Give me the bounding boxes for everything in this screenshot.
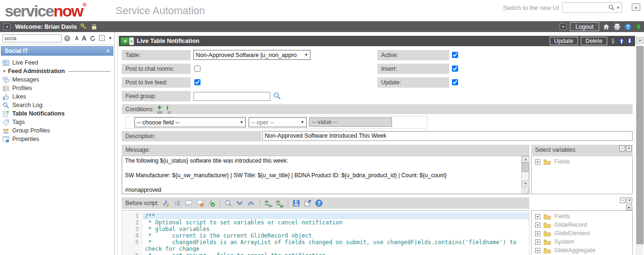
sidebar-item-messages[interactable]: Messages	[0, 75, 114, 84]
table-select[interactable]: Non-Approved Software [u_non_appro ▼	[193, 50, 310, 60]
back-button[interactable]: ◄	[120, 37, 129, 45]
collapse-tree-icon[interactable]: −	[619, 146, 625, 151]
script-line-1[interactable]: 1/**	[122, 213, 529, 219]
replace-all-icon[interactable]: abac	[276, 199, 284, 207]
feed-group-lookup-icon[interactable]	[273, 92, 281, 102]
switch-to-new-ui-link[interactable]: Switch to the new UI	[503, 4, 559, 11]
post-to-live-feed-checkbox[interactable]	[194, 79, 201, 85]
sidebar-item-properties[interactable]: iProperties	[0, 135, 114, 143]
condition-field-select[interactable]: -- choose field -- ▼	[134, 117, 246, 127]
expand-node-icon[interactable]: +	[535, 239, 540, 245]
navigator-menu-caret[interactable]: ▼	[108, 36, 112, 41]
servicenow-logo[interactable]: servicenow®	[5, 2, 86, 20]
nav-filter-input[interactable]: socia	[2, 34, 62, 42]
sidebar-item-group-profiles[interactable]: Group Profiles	[0, 126, 114, 135]
format-code-icon[interactable]	[174, 199, 182, 207]
comment-icon[interactable]	[185, 199, 193, 207]
insert-checkbox[interactable]	[452, 66, 458, 72]
feed-group-input[interactable]	[193, 92, 270, 101]
tree-item-glideelement[interactable]: +GlideElement	[532, 229, 632, 238]
expand-tree-icon[interactable]: +	[626, 146, 632, 151]
script-line-6[interactable]: 6 * set answer = false to cancel the not…	[122, 252, 529, 255]
message-scrollbar[interactable]: ▲ ▼	[521, 156, 529, 194]
home-icon[interactable]	[602, 23, 610, 31]
help-icon[interactable]: ?	[624, 23, 632, 31]
find-next-icon[interactable]	[236, 199, 244, 207]
increase-font-icon[interactable]: A	[82, 34, 86, 42]
sidebar-item-live-feed[interactable]: Live Feed	[0, 58, 114, 67]
expand-tree-icon[interactable]: +	[627, 197, 632, 203]
sidebar-item-profiles[interactable]: Profiles	[0, 84, 114, 92]
tree-item-gliderecord[interactable]: +GlideRecord	[532, 221, 632, 229]
application-header-social-it[interactable]: Social IT «	[1, 46, 113, 56]
collapse-tree-icon[interactable]: −	[620, 197, 626, 203]
sidebar-item-tags[interactable]: Tags	[0, 118, 114, 126]
active-checkbox[interactable]	[452, 52, 458, 58]
expand-node-icon[interactable]: +	[535, 159, 540, 165]
uncomment-icon[interactable]	[196, 199, 204, 207]
tree-item-system[interactable]: +System	[532, 238, 632, 246]
find-previous-icon[interactable]	[247, 199, 255, 207]
print-icon[interactable]	[613, 23, 621, 31]
sidebar-item-search-log[interactable]: Search Log	[0, 101, 114, 109]
key-icon[interactable]	[80, 23, 87, 30]
replace-icon[interactable]: abac	[264, 199, 272, 207]
scrollbar-thumb[interactable]	[522, 163, 529, 172]
script-editor[interactable]: 1/**2 * Optional script to set variables…	[122, 210, 529, 255]
debug-icon[interactable]	[635, 23, 642, 30]
script-line-3[interactable]: 3 * global variables	[122, 226, 529, 232]
search-icon[interactable]	[608, 4, 615, 11]
collapse-right-pane-button[interactable]: ◄	[560, 23, 567, 30]
find-icon[interactable]	[225, 199, 233, 207]
condition-value-input[interactable]: -- value --	[309, 117, 392, 127]
expand-node-icon[interactable]: +	[535, 222, 540, 228]
sidebar-item-likes[interactable]: Likes	[0, 92, 114, 101]
scroll-to-bottom-icon[interactable]	[627, 38, 632, 44]
script-line-2[interactable]: 2 * Optional script to set variables or …	[122, 219, 529, 226]
script-line-4[interactable]: 4 * current is the current GlideRecord o…	[122, 232, 529, 239]
logout-button[interactable]: Logout	[570, 22, 599, 31]
scroll-down-icon[interactable]: ▼	[522, 181, 529, 187]
collapse-header-button[interactable]: ▲	[632, 3, 640, 11]
scroll-to-top-icon[interactable]	[619, 38, 624, 44]
expand-panel-icon[interactable]: ▶	[626, 205, 632, 210]
sidebar-section-feed-administration[interactable]: ▼Feed Administration	[0, 67, 114, 75]
syntax-check-icon[interactable]	[208, 199, 216, 207]
scrollbar-thumb[interactable]	[636, 46, 644, 244]
message-textarea[interactable]: The following ${u_status} software title…	[122, 156, 529, 194]
update-checkbox[interactable]	[452, 79, 458, 85]
attachment-icon[interactable]	[610, 38, 616, 45]
clear-filter-icon[interactable]: ✕	[64, 35, 70, 41]
sidebar-item-table-notifications[interactable]: Table Notifications	[0, 109, 114, 118]
page-scrollbar[interactable]: ▲	[636, 37, 643, 255]
delete-button[interactable]: Delete	[581, 37, 607, 45]
back-menu-caret[interactable]: ▼	[129, 37, 134, 45]
decrease-font-icon[interactable]: A	[75, 36, 78, 41]
scroll-up-icon[interactable]: ▲	[636, 37, 644, 43]
tree-item-glideaggregate[interactable]: +GlideAggregate	[532, 246, 632, 255]
lock-icon[interactable]	[91, 23, 98, 30]
add-and-condition-icon[interactable]: and	[156, 105, 163, 114]
update-button[interactable]: Update	[550, 37, 578, 45]
tree-item-fields[interactable]: +Fields	[532, 212, 632, 221]
scroll-up-icon[interactable]: ▲	[522, 156, 529, 163]
condition-oper-select[interactable]: -- oper -- ▼	[249, 117, 307, 127]
expand-node-icon[interactable]: +	[535, 248, 540, 253]
edit-script-icon[interactable]	[162, 199, 170, 207]
collapse-application-icon[interactable]: «	[104, 49, 113, 53]
section-collapse-icon[interactable]: ▼	[2, 69, 6, 74]
save-script-icon[interactable]	[293, 199, 301, 207]
expand-node-icon[interactable]: +	[535, 214, 540, 219]
open-window-icon[interactable]	[304, 199, 312, 207]
global-search-input[interactable]: ▼	[562, 2, 622, 13]
script-line-5[interactable]: 5 * changedFields is an ArrayList of fie…	[122, 239, 529, 252]
description-input[interactable]: Non-Approved Software Introduced This We…	[262, 131, 633, 141]
script-help-icon[interactable]: ?	[315, 199, 323, 207]
expand-node-icon[interactable]: +	[535, 231, 540, 236]
search-dropdown-caret[interactable]: ▼	[616, 6, 620, 10]
resize-grip-icon[interactable]	[523, 188, 529, 194]
collapse-all-icon[interactable]: −	[99, 35, 105, 41]
post-to-chat-rooms-checkbox[interactable]	[194, 66, 201, 72]
refresh-icon[interactable]	[90, 35, 96, 41]
add-or-condition-icon[interactable]: or	[165, 105, 173, 114]
